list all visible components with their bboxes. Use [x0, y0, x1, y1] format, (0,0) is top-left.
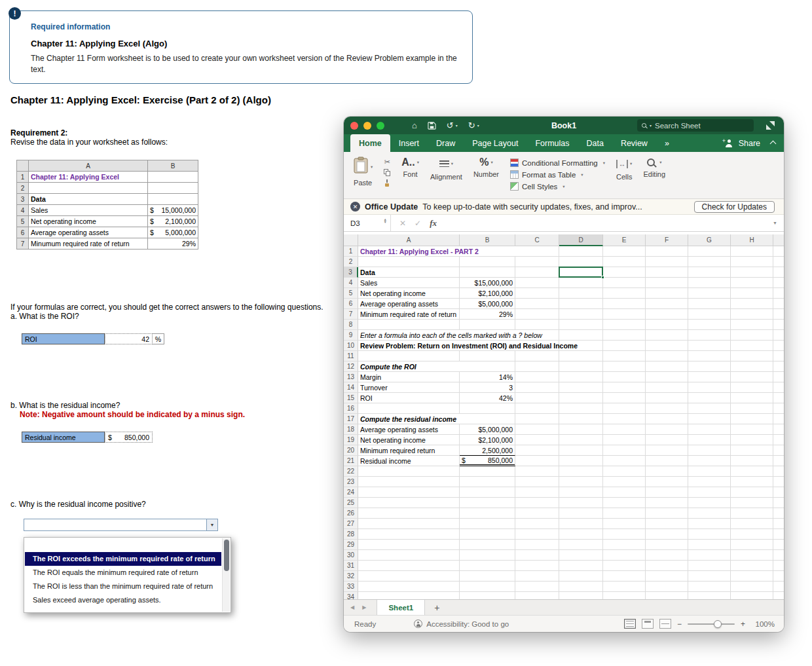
cell-e10[interactable]	[603, 341, 646, 351]
cell-g5[interactable]	[688, 288, 731, 299]
cell-g28[interactable]	[688, 529, 731, 540]
cell-e27[interactable]	[603, 519, 646, 529]
cell-A10[interactable]: Review Problem: Return on Investment (RO…	[358, 341, 559, 351]
cell-h2[interactable]	[731, 257, 773, 267]
cell-g30[interactable]	[688, 550, 731, 561]
zoom-out-button[interactable]: −	[677, 620, 682, 629]
cell-B14[interactable]: 3	[460, 382, 515, 393]
row-header-31[interactable]: 31	[344, 561, 358, 571]
cell-f18[interactable]	[646, 424, 688, 435]
cell-e23[interactable]	[603, 477, 646, 487]
cell-e11[interactable]	[603, 351, 646, 361]
cell-c3[interactable]	[515, 267, 559, 278]
row-header-10[interactable]: 10	[344, 341, 358, 351]
row-header-6[interactable]: 6	[344, 299, 358, 309]
home-icon[interactable]: ⌂	[412, 120, 417, 130]
cell-h15[interactable]	[731, 393, 773, 403]
row-header-15[interactable]: 15	[344, 393, 358, 403]
redo-button[interactable]: ↻▾	[468, 120, 479, 130]
cell-B25[interactable]	[460, 498, 515, 508]
cell-B20[interactable]: 2,500,000	[460, 445, 515, 456]
row-header-7[interactable]: 7	[344, 309, 358, 320]
cell-A9[interactable]: Enter a formula into each of the cells m…	[358, 330, 559, 341]
format-painter-icon[interactable]	[384, 179, 390, 187]
cell-B29[interactable]	[460, 540, 515, 550]
cell-f31[interactable]	[646, 561, 688, 571]
cell-h18[interactable]	[731, 424, 773, 435]
tab-draw[interactable]: Draw	[428, 134, 464, 152]
cell-d12[interactable]	[559, 361, 603, 372]
cell-A14[interactable]: Turnover	[358, 382, 460, 393]
number-group-button[interactable]: %▾ Number	[473, 157, 499, 198]
cell-h29[interactable]	[731, 540, 773, 550]
search-sheet-input[interactable]: ▾ Search Sheet	[637, 119, 754, 132]
cell-e9[interactable]	[603, 330, 646, 341]
cell-e16[interactable]	[603, 403, 646, 414]
cell-c22[interactable]	[515, 466, 559, 477]
cell-f6[interactable]	[646, 299, 688, 309]
row-header-28[interactable]: 28	[344, 529, 358, 540]
cell-c15[interactable]	[515, 393, 559, 403]
cell-g15[interactable]	[688, 393, 731, 403]
column-header-d[interactable]: D	[559, 234, 603, 246]
cell-g23[interactable]	[688, 477, 731, 487]
cell-d31[interactable]	[559, 561, 603, 571]
cell-g22[interactable]	[688, 466, 731, 477]
cell-A24[interactable]	[358, 487, 460, 498]
cell-d24[interactable]	[559, 487, 603, 498]
scrollbar[interactable]	[222, 538, 230, 612]
font-group-button[interactable]: A..▾ Font	[401, 157, 419, 198]
cell-h13[interactable]	[731, 372, 773, 382]
cell-e21[interactable]	[603, 456, 646, 466]
cell-B8[interactable]	[460, 320, 515, 330]
cell-f27[interactable]	[646, 519, 688, 529]
cell-e30[interactable]	[603, 550, 646, 561]
cell-g14[interactable]	[688, 382, 731, 393]
cell-h21[interactable]	[731, 456, 773, 466]
cell-d19[interactable]	[559, 435, 603, 445]
row-header-25[interactable]: 25	[344, 498, 358, 508]
cell-A13[interactable]: Margin	[358, 372, 460, 382]
close-window-button[interactable]	[350, 122, 358, 130]
cell-f15[interactable]	[646, 393, 688, 403]
cell-B5[interactable]: $2,100,000	[460, 288, 515, 299]
cell-d33[interactable]	[559, 582, 603, 592]
row-header-16[interactable]: 16	[344, 403, 358, 414]
cell-g31[interactable]	[688, 561, 731, 571]
cell-A26[interactable]	[358, 508, 460, 519]
cell-g12[interactable]	[688, 361, 731, 372]
accessibility-status[interactable]: Accessibility: Good to go	[414, 620, 509, 628]
cell-g4[interactable]	[688, 278, 731, 288]
cell-c34[interactable]	[515, 592, 559, 599]
cell-f16[interactable]	[646, 403, 688, 414]
cell-f13[interactable]	[646, 372, 688, 382]
cell-c14[interactable]	[515, 382, 559, 393]
cell-e33[interactable]	[603, 582, 646, 592]
cell-h24[interactable]	[731, 487, 773, 498]
cell-d32[interactable]	[559, 571, 603, 582]
cell-A19[interactable]: Net operating income	[358, 435, 460, 445]
cell-d18[interactable]	[559, 424, 603, 435]
row-header-8[interactable]: 8	[344, 320, 358, 330]
cell-h20[interactable]	[731, 445, 773, 456]
column-header-a[interactable]: A	[358, 234, 460, 246]
cell-h12[interactable]	[731, 361, 773, 372]
cell-e1[interactable]	[603, 246, 646, 257]
tab-data[interactable]: Data	[578, 134, 612, 152]
cell-h25[interactable]	[731, 498, 773, 508]
cell-A29[interactable]	[358, 540, 460, 550]
cell-d6[interactable]	[559, 299, 603, 309]
cell-e24[interactable]	[603, 487, 646, 498]
cell-c2[interactable]	[515, 257, 559, 267]
cell-e14[interactable]	[603, 382, 646, 393]
cell-e34[interactable]	[603, 592, 646, 599]
cell-f26[interactable]	[646, 508, 688, 519]
cell-g6[interactable]	[688, 299, 731, 309]
scrollbar-thumb[interactable]	[224, 540, 229, 571]
cell-f33[interactable]	[646, 582, 688, 592]
cell-g34[interactable]	[688, 592, 731, 599]
cell-B28[interactable]	[460, 529, 515, 540]
cell-d28[interactable]	[559, 529, 603, 540]
cell-f8[interactable]	[646, 320, 688, 330]
ribbon-cell-styles[interactable]: Cell Styles▾	[510, 182, 565, 191]
